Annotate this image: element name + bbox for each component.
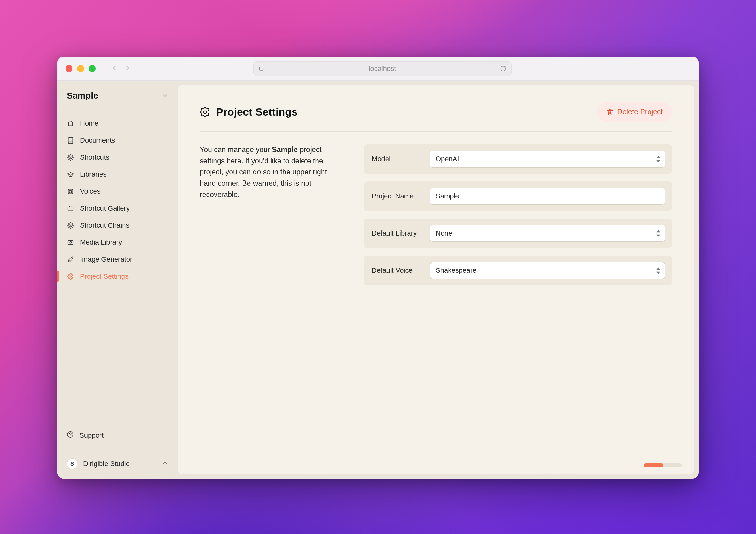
- svg-marker-2: [68, 155, 73, 157]
- fullscreen-window-button[interactable]: [89, 65, 96, 72]
- window-controls: [66, 65, 96, 72]
- sidebar-item-shortcuts[interactable]: Shortcuts: [57, 149, 178, 166]
- briefcase-icon: [67, 205, 74, 212]
- sidebar-item-voices[interactable]: Voices: [57, 183, 178, 200]
- document-icon: [67, 137, 74, 144]
- minimize-window-button[interactable]: [77, 65, 84, 72]
- project-name-input[interactable]: [436, 192, 659, 200]
- sidebar-item-image-generator[interactable]: Image Generator: [57, 251, 178, 268]
- default-voice-value: Shakespeare: [436, 267, 476, 274]
- browser-titlebar: localhost: [57, 57, 699, 81]
- svg-rect-11: [68, 241, 73, 245]
- page-description: You can manage your Sample project setti…: [200, 144, 345, 285]
- svg-point-13: [69, 275, 71, 277]
- svg-marker-10: [68, 223, 73, 225]
- sidebar-item-project-settings[interactable]: Project Settings: [57, 268, 178, 285]
- default-voice-select[interactable]: Shakespeare: [430, 262, 665, 279]
- sidebar-item-label: Libraries: [80, 170, 106, 179]
- forward-button[interactable]: [124, 64, 131, 73]
- select-caret-icon: [656, 156, 661, 163]
- sidebar-item-label: Home: [80, 119, 98, 128]
- svg-point-5: [69, 190, 69, 191]
- chevron-down-icon: [162, 92, 168, 99]
- sidebar-item-shortcut-chains[interactable]: Shortcut Chains: [57, 217, 178, 234]
- svg-rect-3: [68, 189, 73, 194]
- form-row-project-name: Project Name: [364, 181, 672, 211]
- project-name-input-wrap: [430, 188, 665, 205]
- main-content: Project Settings Delete Project You can …: [178, 81, 699, 479]
- delete-project-button[interactable]: Delete Project: [597, 102, 672, 122]
- model-select[interactable]: OpenAI: [430, 150, 665, 167]
- help-icon: [67, 431, 74, 440]
- page-title: Project Settings: [216, 106, 298, 118]
- trash-icon: [607, 109, 614, 115]
- reader-mode-icon: [258, 65, 265, 72]
- model-value: OpenAI: [436, 155, 459, 163]
- workspace-avatar: S: [67, 458, 77, 469]
- sidebar-nav: Home Documents Shortcuts Libraries Voice…: [57, 110, 178, 427]
- content-panel: Project Settings Delete Project You can …: [178, 85, 694, 474]
- sidebar-item-label: Voices: [80, 187, 100, 195]
- progress-bar-fill: [644, 464, 663, 467]
- gear-icon: [200, 107, 210, 117]
- url-bar[interactable]: localhost: [253, 62, 512, 76]
- svg-point-4: [69, 191, 71, 192]
- sidebar-item-home[interactable]: Home: [57, 115, 178, 132]
- sidebar-item-libraries[interactable]: Libraries: [57, 166, 178, 183]
- model-label: Model: [372, 155, 422, 163]
- svg-point-8: [71, 192, 72, 193]
- graduation-cap-icon: [67, 171, 74, 178]
- rocket-icon: [67, 256, 74, 263]
- progress-indicator: [644, 464, 682, 467]
- support-label: Support: [79, 431, 104, 440]
- settings-form: Model OpenAI Project Name: [364, 144, 672, 285]
- select-caret-icon: [656, 267, 661, 274]
- project-switcher[interactable]: Sample: [57, 81, 178, 110]
- default-library-value: None: [436, 229, 452, 238]
- sidebar-item-label: Image Generator: [80, 255, 132, 264]
- svg-rect-9: [68, 207, 73, 211]
- svg-point-6: [71, 190, 72, 191]
- reload-icon[interactable]: [500, 65, 506, 72]
- stack-icon: [67, 154, 74, 161]
- workspace-name: Dirigible Studio: [83, 460, 130, 468]
- sidebar-item-shortcut-gallery[interactable]: Shortcut Gallery: [57, 200, 178, 217]
- form-row-model: Model OpenAI: [364, 144, 672, 174]
- sidebar-item-label: Project Settings: [80, 272, 128, 281]
- project-name-label: Project Name: [372, 192, 422, 200]
- svg-point-12: [69, 242, 71, 243]
- sidebar-item-label: Media Library: [80, 238, 122, 246]
- default-voice-label: Default Voice: [372, 267, 422, 274]
- close-window-button[interactable]: [66, 65, 72, 72]
- sidebar-item-documents[interactable]: Documents: [57, 132, 178, 149]
- browser-window: localhost Sample Home Documents: [57, 57, 699, 479]
- default-library-select[interactable]: None: [430, 225, 665, 242]
- url-text: localhost: [369, 64, 396, 73]
- sidebar-item-label: Documents: [80, 136, 115, 144]
- select-caret-icon: [656, 230, 661, 237]
- sidebar-item-label: Shortcuts: [80, 153, 109, 162]
- chevron-up-icon: [162, 460, 168, 468]
- sidebar-item-label: Shortcut Gallery: [80, 204, 130, 213]
- voice-icon: [67, 188, 74, 195]
- workspace-switcher[interactable]: S Dirigible Studio: [57, 450, 178, 469]
- sidebar-item-media-library[interactable]: Media Library: [57, 234, 178, 251]
- form-row-default-library: Default Library None: [364, 218, 672, 248]
- delete-button-label: Delete Project: [617, 108, 663, 116]
- stack-icon: [67, 222, 74, 229]
- sidebar-item-label: Shortcut Chains: [80, 221, 129, 230]
- nav-history-controls: [111, 64, 131, 73]
- project-name: Sample: [67, 91, 98, 101]
- home-icon: [67, 120, 74, 127]
- default-library-label: Default Library: [372, 229, 422, 238]
- form-row-default-voice: Default Voice Shakespeare: [364, 256, 672, 285]
- svg-point-16: [204, 111, 207, 114]
- media-icon: [67, 239, 74, 246]
- back-button[interactable]: [111, 64, 118, 73]
- gear-icon: [67, 273, 74, 280]
- sidebar-support[interactable]: Support: [57, 427, 178, 444]
- svg-rect-0: [259, 67, 263, 70]
- svg-point-7: [69, 192, 69, 193]
- sidebar: Sample Home Documents Shortcuts: [57, 81, 178, 479]
